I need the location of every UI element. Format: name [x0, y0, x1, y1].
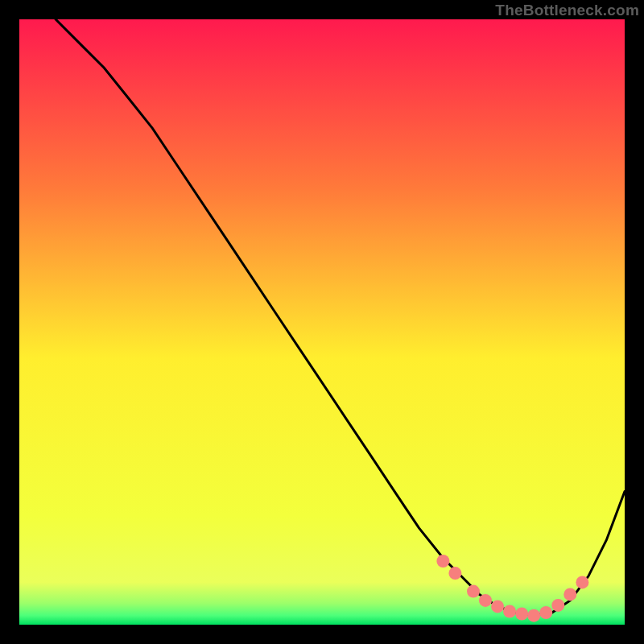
chart-frame: [19, 19, 625, 625]
curve-marker: [539, 606, 552, 619]
curve-marker: [479, 594, 492, 607]
curve-marker: [527, 609, 540, 622]
curve-marker: [503, 605, 516, 618]
bottleneck-chart: [19, 19, 625, 625]
curve-marker: [448, 567, 461, 580]
gradient-background: [19, 19, 625, 625]
attribution-label: TheBottleneck.com: [495, 2, 639, 19]
curve-marker: [467, 585, 480, 598]
curve-marker: [515, 608, 528, 621]
curve-marker: [576, 576, 588, 588]
curve-marker: [436, 555, 449, 568]
curve-marker: [551, 599, 564, 612]
curve-marker: [491, 600, 504, 613]
curve-marker: [564, 588, 576, 601]
